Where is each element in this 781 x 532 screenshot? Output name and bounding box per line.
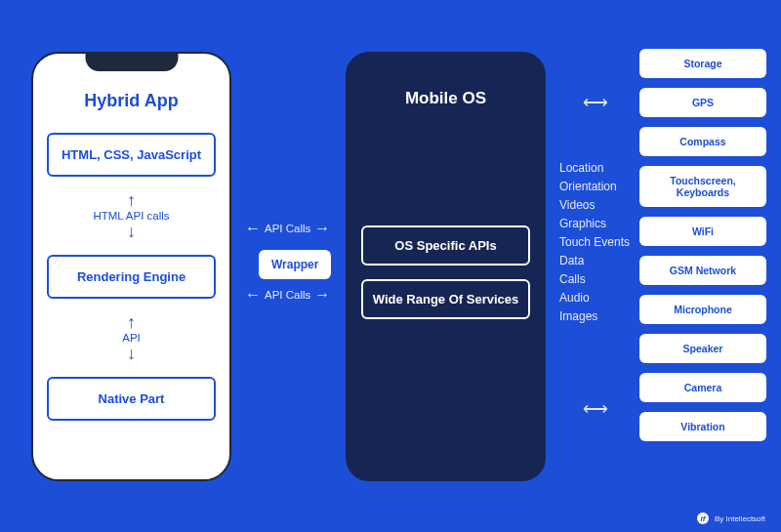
service-item: Touchscreen, Keyboards bbox=[639, 166, 766, 207]
arrow-up-icon: ↑ bbox=[127, 193, 136, 207]
service-item: Vibration bbox=[639, 412, 766, 441]
hybrid-app-phone: Hybrid App HTML, CSS, JavaScript ↑ HTML … bbox=[31, 52, 231, 481]
hybrid-connector-2: ↑ API ↓ bbox=[122, 299, 141, 377]
os-apis-box: OS Specific APIs bbox=[361, 225, 530, 266]
os-services-box: Wide Range Of Services bbox=[361, 279, 530, 319]
service-item: GSM Network bbox=[639, 256, 766, 285]
feature-item: Touch Events bbox=[559, 235, 630, 249]
features-list: Location Orientation Videos Graphics Tou… bbox=[559, 161, 630, 323]
hybrid-title: Hybrid App bbox=[84, 91, 178, 111]
arrow-right-icon: → bbox=[314, 221, 330, 236]
hybrid-box-render: Rendering Engine bbox=[47, 255, 216, 299]
hybrid-box-tech: HTML, CSS, JavaScript bbox=[47, 133, 216, 177]
service-item: Speaker bbox=[639, 334, 766, 363]
mobile-os-title: Mobile OS bbox=[405, 89, 486, 108]
hybrid-connector-2-label: API bbox=[122, 332, 141, 344]
double-arrow-icon: ⟷ bbox=[583, 92, 608, 113]
services-list: Storage GPS Compass Touchscreen, Keyboar… bbox=[639, 49, 766, 441]
arrow-down-icon: ↓ bbox=[127, 347, 136, 360]
service-item: Microphone bbox=[639, 295, 766, 324]
hybrid-box-native: Native Part bbox=[47, 377, 216, 421]
diagram-stage: Hybrid App HTML, CSS, JavaScript ↑ HTML … bbox=[0, 0, 781, 532]
arrow-up-icon: ↑ bbox=[127, 315, 136, 329]
feature-item: Audio bbox=[559, 291, 630, 305]
connector-to-wrapper-label: API Calls bbox=[265, 223, 310, 234]
arrow-left-icon: ← bbox=[245, 221, 261, 236]
service-item: Camera bbox=[639, 373, 766, 402]
connector-to-wrapper: ← API Calls → bbox=[245, 221, 330, 236]
service-item: GPS bbox=[639, 88, 766, 117]
hybrid-connector-1: ↑ HTML API calls ↓ bbox=[93, 177, 169, 255]
feature-item: Calls bbox=[559, 272, 630, 286]
feature-item: Orientation bbox=[559, 180, 630, 193]
credit-text: By Intellectsoft bbox=[715, 514, 765, 523]
feature-item: Location bbox=[559, 161, 630, 175]
service-item: WiFi bbox=[639, 217, 766, 246]
mobile-os-box: Mobile OS OS Specific APIs Wide Range Of… bbox=[346, 52, 546, 481]
arrow-down-icon: ↓ bbox=[127, 225, 136, 238]
credit: if By Intellectsoft bbox=[697, 512, 765, 524]
arrow-right-icon: → bbox=[314, 287, 330, 303]
wrapper-chip: Wrapper bbox=[259, 250, 331, 279]
hybrid-connector-1-label: HTML API calls bbox=[93, 210, 169, 222]
brand-logo-icon: if bbox=[697, 512, 709, 524]
service-item: Compass bbox=[639, 127, 766, 156]
feature-item: Data bbox=[559, 254, 630, 267]
feature-item: Videos bbox=[559, 198, 630, 212]
phone-notch-icon bbox=[85, 52, 178, 71]
feature-item: Images bbox=[559, 309, 630, 323]
arrow-left-icon: ← bbox=[245, 287, 261, 303]
service-item: Storage bbox=[639, 49, 766, 78]
double-arrow-icon: ⟷ bbox=[583, 398, 608, 420]
feature-item: Graphics bbox=[559, 217, 630, 230]
connector-from-wrapper: ← API Calls → bbox=[245, 287, 330, 303]
connector-from-wrapper-label: API Calls bbox=[265, 289, 310, 301]
